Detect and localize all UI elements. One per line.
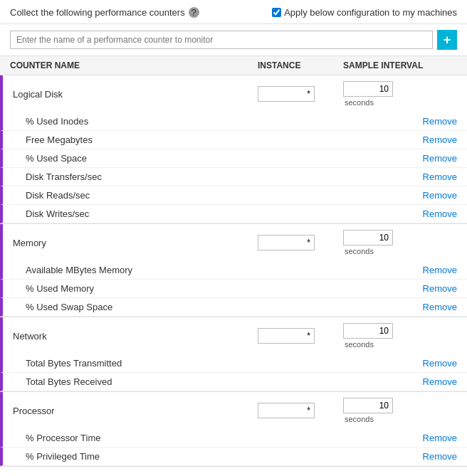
- counter-group-logical-disk: Logical Diskseconds% Used InodesRemoveFr…: [0, 75, 467, 224]
- search-row: +: [0, 24, 467, 56]
- header-left: Collect the following performance counte…: [10, 7, 199, 18]
- col-sample-interval: SAMPLE INTERVAL: [343, 60, 457, 70]
- remove-link[interactable]: Remove: [423, 153, 457, 164]
- checkbox-label-text: Apply below configuration to my machines: [284, 7, 457, 18]
- table-row: % Used InodesRemove: [0, 112, 467, 131]
- sub-item-name: % Used Inodes: [26, 116, 258, 127]
- table-row: Total Bytes ReceivedRemove: [0, 373, 467, 391]
- remove-link[interactable]: Remove: [423, 171, 457, 182]
- sub-item-name: Total Bytes Transmitted: [26, 358, 258, 369]
- remove-link[interactable]: Remove: [423, 190, 457, 201]
- remove-link[interactable]: Remove: [423, 116, 457, 127]
- group-name: Network: [13, 331, 258, 342]
- table-row: Free MegabytesRemove: [0, 131, 467, 149]
- sub-item-name: Total Bytes Received: [26, 376, 258, 387]
- counter-group-network: NetworksecondsTotal Bytes TransmittedRem…: [0, 317, 467, 392]
- add-counter-button[interactable]: +: [437, 30, 457, 50]
- col-counter-name: COUNTER NAME: [10, 60, 258, 70]
- group-row-1: Memoryseconds: [0, 224, 467, 261]
- sub-item-name: Disk Writes/sec: [26, 208, 258, 219]
- table-header: COUNTER NAME INSTANCE SAMPLE INTERVAL: [0, 56, 467, 75]
- seconds-label: seconds: [345, 98, 374, 107]
- sub-item-name: Disk Reads/sec: [26, 190, 258, 201]
- col-instance: INSTANCE: [258, 60, 343, 70]
- sample-interval-input[interactable]: [343, 81, 393, 97]
- sub-item-name: Available MBytes Memory: [26, 265, 258, 275]
- remove-link[interactable]: Remove: [423, 134, 457, 145]
- table-row: % Processor TimeRemove: [0, 429, 467, 448]
- remove-link[interactable]: Remove: [423, 208, 457, 219]
- instance-input[interactable]: [258, 328, 315, 344]
- sub-item-name: % Privileged Time: [26, 451, 258, 462]
- header-title: Collect the following performance counte…: [10, 7, 185, 18]
- table-row: Total Bytes TransmittedRemove: [0, 354, 467, 373]
- sample-interval-input[interactable]: [343, 230, 393, 245]
- table-row: % Used SpaceRemove: [0, 149, 467, 168]
- table-row: % Used Swap SpaceRemove: [0, 298, 467, 317]
- table-row: Disk Transfers/secRemove: [0, 168, 467, 186]
- group-name: Logical Disk: [13, 89, 258, 100]
- group-row-3: Processorseconds: [0, 392, 467, 429]
- remove-link[interactable]: Remove: [423, 358, 457, 369]
- seconds-label: seconds: [345, 340, 374, 349]
- sub-item-name: Free Megabytes: [26, 134, 258, 145]
- sub-item-name: % Used Memory: [26, 283, 258, 294]
- remove-link[interactable]: Remove: [423, 283, 457, 294]
- counter-group-memory: MemorysecondsAvailable MBytes MemoryRemo…: [0, 224, 467, 317]
- counter-group-processor: Processorseconds% Processor TimeRemove% …: [0, 392, 467, 467]
- remove-link[interactable]: Remove: [423, 451, 457, 462]
- table-row: Disk Writes/secRemove: [0, 205, 467, 223]
- instance-input[interactable]: [258, 403, 315, 418]
- sample-interval-cell: seconds: [343, 323, 457, 349]
- header-right: Apply below configuration to my machines: [272, 7, 457, 18]
- instance-input[interactable]: [258, 86, 315, 102]
- remove-link[interactable]: Remove: [423, 376, 457, 387]
- sample-interval-cell: seconds: [343, 81, 457, 107]
- header: Collect the following performance counte…: [0, 0, 467, 24]
- seconds-label: seconds: [345, 247, 374, 255]
- sample-interval-input[interactable]: [343, 398, 393, 413]
- table-row: % Privileged TimeRemove: [0, 448, 467, 466]
- sub-item-name: Disk Transfers/sec: [26, 171, 258, 182]
- apply-config-label[interactable]: Apply below configuration to my machines: [272, 7, 457, 18]
- seconds-label: seconds: [345, 415, 374, 423]
- group-name: Memory: [13, 238, 258, 248]
- group-row-0: Logical Diskseconds: [0, 75, 467, 112]
- group-row-2: Networkseconds: [0, 317, 467, 354]
- sub-item-name: % Processor Time: [26, 433, 258, 443]
- help-icon[interactable]: ?: [189, 7, 199, 18]
- counter-groups: Logical Diskseconds% Used InodesRemoveFr…: [0, 75, 467, 467]
- search-input[interactable]: [10, 31, 433, 49]
- apply-config-checkbox[interactable]: [272, 8, 281, 17]
- instance-input[interactable]: [258, 235, 315, 250]
- sample-interval-input[interactable]: [343, 323, 393, 339]
- table-row: Available MBytes MemoryRemove: [0, 261, 467, 280]
- sub-item-name: % Used Space: [26, 153, 258, 164]
- table-row: Disk Reads/secRemove: [0, 186, 467, 205]
- remove-link[interactable]: Remove: [423, 302, 457, 312]
- remove-link[interactable]: Remove: [423, 265, 457, 275]
- sample-interval-cell: seconds: [343, 230, 457, 255]
- table-row: % Used MemoryRemove: [0, 280, 467, 298]
- sample-interval-cell: seconds: [343, 398, 457, 423]
- remove-link[interactable]: Remove: [423, 433, 457, 443]
- sub-item-name: % Used Swap Space: [26, 302, 258, 312]
- group-name: Processor: [13, 406, 258, 416]
